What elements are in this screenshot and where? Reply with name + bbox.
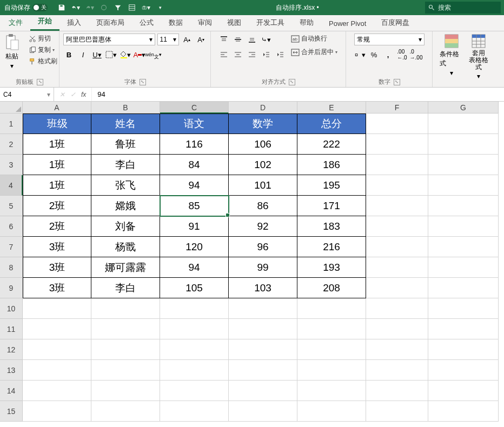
row-header[interactable]: 5	[0, 196, 23, 216]
cell[interactable]	[428, 216, 499, 237]
underline-button[interactable]: U▾	[91, 49, 103, 61]
align-bottom-icon[interactable]	[246, 34, 258, 45]
cell[interactable]: 186	[297, 155, 366, 175]
cell[interactable]: 94	[160, 257, 229, 278]
cell[interactable]	[297, 360, 366, 381]
cell[interactable]	[428, 401, 499, 422]
decrease-font-icon[interactable]: A▾	[195, 34, 207, 45]
cell[interactable]: 96	[229, 237, 297, 257]
bold-button[interactable]: B	[63, 49, 75, 61]
cell[interactable]: 222	[297, 134, 366, 155]
cell[interactable]: 99	[229, 257, 297, 278]
cell[interactable]: 3班	[23, 237, 91, 257]
cell[interactable]	[229, 319, 297, 339]
percent-icon[interactable]: %	[368, 49, 380, 61]
cell[interactable]	[366, 155, 428, 175]
fill-color-button[interactable]: ▾	[120, 49, 131, 61]
tab-页面布局[interactable]: 页面布局	[89, 15, 132, 31]
cell[interactable]	[297, 381, 366, 401]
cell[interactable]	[428, 196, 499, 216]
cell[interactable]	[366, 339, 428, 360]
number-format-select[interactable]: 常规▾	[354, 34, 425, 45]
cell[interactable]	[297, 339, 366, 360]
cell[interactable]: 195	[297, 175, 366, 196]
cell[interactable]	[160, 401, 229, 422]
cell[interactable]	[428, 381, 499, 401]
cell[interactable]	[91, 381, 160, 401]
column-header[interactable]: B	[91, 102, 160, 114]
cell[interactable]	[229, 360, 297, 381]
cell[interactable]	[366, 237, 428, 257]
cell[interactable]: 102	[229, 155, 297, 175]
row-header[interactable]: 4	[0, 175, 23, 196]
cell[interactable]	[229, 381, 297, 401]
cell[interactable]	[428, 114, 499, 134]
cell[interactable]	[160, 381, 229, 401]
decrease-decimal-icon[interactable]: .0→.00	[410, 49, 422, 61]
wrap-text-button[interactable]: ab自动换行	[289, 34, 339, 44]
cell[interactable]: 86	[229, 196, 297, 216]
cell[interactable]	[297, 298, 366, 319]
tab-开始[interactable]: 开始	[30, 13, 59, 31]
cell[interactable]	[160, 319, 229, 339]
cell[interactable]: 娜可露露	[91, 257, 160, 278]
cell[interactable]	[428, 339, 499, 360]
row-header[interactable]: 13	[0, 360, 23, 381]
phonetic-button[interactable]: wén文▾	[148, 49, 160, 61]
undo-icon[interactable]: ▾	[71, 3, 80, 12]
cell[interactable]	[23, 339, 91, 360]
cell[interactable]: 李白	[91, 155, 160, 175]
cell[interactable]: 92	[229, 216, 297, 237]
row-header[interactable]: 3	[0, 155, 23, 175]
cell[interactable]: 208	[297, 278, 366, 298]
column-header[interactable]: C	[160, 102, 229, 114]
filter-icon[interactable]	[114, 3, 122, 12]
font-color-button[interactable]: A▾	[134, 49, 145, 61]
autosave-switch[interactable]: 关	[32, 4, 48, 11]
cell[interactable]: 2班	[23, 216, 91, 237]
cell[interactable]: 183	[297, 216, 366, 237]
cell[interactable]: 姓名	[91, 114, 160, 134]
cell[interactable]: 171	[297, 196, 366, 216]
currency-icon[interactable]: ¤▾	[354, 49, 366, 61]
cell[interactable]	[366, 278, 428, 298]
cell[interactable]: 1班	[23, 175, 91, 196]
cell[interactable]: 106	[229, 134, 297, 155]
cell[interactable]	[23, 298, 91, 319]
select-all-corner[interactable]	[0, 102, 23, 114]
cell[interactable]	[428, 278, 499, 298]
cell[interactable]	[23, 360, 91, 381]
cell[interactable]: 216	[297, 237, 366, 257]
cell[interactable]	[428, 175, 499, 196]
tab-审阅[interactable]: 审阅	[190, 15, 220, 31]
redo-icon[interactable]: ▾	[85, 3, 94, 12]
row-header[interactable]: 8	[0, 257, 23, 278]
align-left-icon[interactable]	[218, 49, 230, 61]
cell[interactable]: 鲁班	[91, 134, 160, 155]
cell[interactable]	[366, 319, 428, 339]
formula-input[interactable]: 94	[92, 88, 504, 101]
cancel-formula-icon[interactable]: ✕	[59, 91, 65, 98]
cell[interactable]	[428, 319, 499, 339]
cell[interactable]	[428, 360, 499, 381]
cell[interactable]: 数学	[229, 114, 297, 134]
merge-center-button[interactable]: 合并后居中▾	[289, 47, 339, 57]
cell[interactable]	[229, 339, 297, 360]
cell[interactable]	[91, 360, 160, 381]
column-header[interactable]: E	[297, 102, 366, 114]
row-header[interactable]: 9	[0, 278, 23, 298]
cell[interactable]	[91, 401, 160, 422]
cell[interactable]: 李白	[91, 278, 160, 298]
font-launcher-icon[interactable]: ⤡	[140, 79, 146, 85]
cell[interactable]: 1班	[23, 155, 91, 175]
cell[interactable]	[366, 360, 428, 381]
cell[interactable]	[366, 298, 428, 319]
cell[interactable]	[91, 339, 160, 360]
cell[interactable]	[366, 114, 428, 134]
qat-more-icon[interactable]: ▾	[156, 3, 164, 12]
touch-mode-icon[interactable]	[100, 3, 108, 12]
cell[interactable]: 嫦娥	[91, 196, 160, 216]
column-header[interactable]: A	[23, 102, 91, 114]
clipboard-launcher-icon[interactable]: ⤡	[37, 79, 43, 85]
cell[interactable]	[229, 401, 297, 422]
